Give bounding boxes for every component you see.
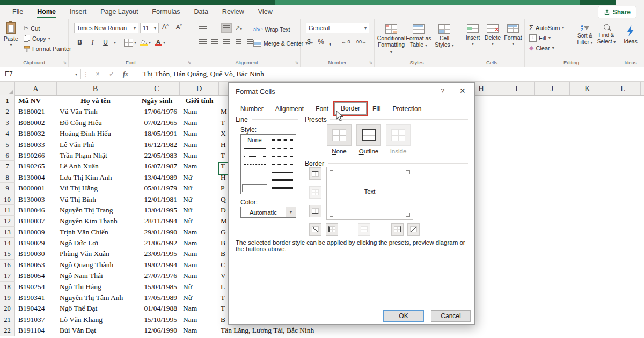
find-select-button[interactable]: Find & Select ▾ <box>596 24 617 46</box>
cell[interactable]: 15/04/1985 <box>134 282 180 292</box>
cell[interactable]: Nam <box>180 325 219 336</box>
border-top-button[interactable] <box>309 167 321 180</box>
cell[interactable]: 21/06/1992 <box>134 238 180 248</box>
help-icon[interactable]: ? <box>441 87 444 95</box>
fill-button[interactable]: ↓Fill▾ <box>529 33 564 43</box>
titlebar-search-area[interactable] <box>275 0 580 5</box>
row-header[interactable]: 7 <box>0 161 15 172</box>
cell[interactable]: B180037 <box>15 216 57 226</box>
align-right-button[interactable] <box>221 37 232 47</box>
cell[interactable]: Trần Phạm Nhật <box>57 150 134 161</box>
close-icon[interactable]: ✕ <box>459 86 466 95</box>
cell[interactable]: 01/04/1988 <box>134 303 180 314</box>
cell[interactable]: B180046 <box>15 205 57 216</box>
menu-tab-insert[interactable]: Insert <box>63 5 93 19</box>
cell[interactable]: Nữ <box>180 282 219 292</box>
select-all-corner[interactable] <box>0 82 15 95</box>
cell[interactable]: Nữ <box>180 194 219 205</box>
comma-style-button[interactable]: , <box>329 37 331 46</box>
copy-button[interactable]: Copy ▾ <box>24 33 71 43</box>
sort-filter-button[interactable]: AZ Sort & Filter ▾ <box>574 24 596 46</box>
font-dialog-launcher[interactable]: ⇘ <box>187 60 191 65</box>
cell[interactable]: X <box>219 128 226 139</box>
row-header[interactable]: 10 <box>0 194 15 205</box>
align-left-button[interactable] <box>197 37 208 47</box>
ideas-button[interactable]: Ideas <box>621 25 640 45</box>
cell[interactable]: Nữ <box>180 216 219 226</box>
row-header[interactable]: 5 <box>0 139 15 150</box>
cell[interactable]: L <box>219 282 225 292</box>
color-dropdown[interactable]: Automatic ▾ <box>240 207 296 218</box>
cell[interactable]: Vũ Thị Hằng <box>57 183 134 194</box>
column-header-i[interactable]: I <box>499 82 535 95</box>
cell[interactable]: Nam <box>180 248 219 259</box>
cell[interactable]: Đ <box>219 205 226 216</box>
column-header-c[interactable]: C <box>134 82 180 95</box>
row-header[interactable]: 16 <box>0 260 15 270</box>
insert-function-icon[interactable]: fx <box>119 70 133 78</box>
preset-none-button[interactable] <box>327 124 352 146</box>
cell[interactable]: B <box>219 314 225 325</box>
delete-cells-button[interactable]: ✕ Delete ▾ <box>483 24 502 47</box>
row-header[interactable]: 6 <box>0 150 15 161</box>
cell[interactable]: B180039 <box>15 227 57 238</box>
borders-button[interactable]: ▾ <box>124 39 136 47</box>
border-vertical-button[interactable] <box>358 223 370 236</box>
cell[interactable]: B180033 <box>15 139 57 150</box>
shrink-font-button[interactable]: A˅ <box>176 23 182 30</box>
row-header[interactable]: 1 <box>0 95 15 106</box>
autosum-button[interactable]: ΣAutoSum▾ <box>529 23 564 33</box>
cell[interactable] <box>219 95 221 106</box>
border-diagonal-up-button[interactable] <box>309 223 321 236</box>
italic-button[interactable]: I <box>88 39 97 47</box>
cell[interactable]: 18/05/1991 <box>134 128 180 139</box>
cell[interactable]: T <box>219 292 225 303</box>
row-header[interactable]: 20 <box>0 303 15 314</box>
cell[interactable]: B180054 <box>15 270 57 281</box>
border-diagonal-down-button[interactable] <box>407 223 420 236</box>
format-as-table-button[interactable]: Format as Table ▾ <box>406 24 431 49</box>
dialog-tab-fill[interactable]: Fill <box>367 104 386 115</box>
underline-button[interactable]: U <box>101 39 110 46</box>
row-header[interactable]: 13 <box>0 227 15 238</box>
cell[interactable]: Nữ <box>180 292 219 303</box>
line-style-list[interactable]: None <box>240 134 296 194</box>
cell[interactable]: B190254 <box>15 282 57 292</box>
currency-button[interactable]: $▾ <box>307 38 313 46</box>
cell[interactable]: 19/02/1994 <box>134 260 180 270</box>
row-header[interactable]: 19 <box>0 292 15 303</box>
cell[interactable]: Ngô Nam Thái <box>57 270 134 281</box>
cell-styles-button[interactable]: Cell Styles ▾ <box>433 24 456 49</box>
row-header[interactable]: 11 <box>0 205 15 216</box>
menu-tab-file[interactable]: File <box>5 5 30 19</box>
cell[interactable]: Nam <box>180 238 219 248</box>
cell[interactable]: Ngô Quang Thành <box>57 260 134 270</box>
cell[interactable]: 22/05/1983 <box>134 150 180 161</box>
dialog-tab-number[interactable]: Number <box>235 104 269 115</box>
preset-outline-button[interactable] <box>356 124 381 146</box>
menu-tab-review[interactable]: Review <box>215 5 251 19</box>
cell[interactable]: B191037 <box>15 314 57 325</box>
cell[interactable]: Nguyễn Thị Trang <box>57 205 134 216</box>
cell[interactable]: Nam <box>180 117 219 128</box>
cell[interactable]: B180021 <box>15 106 57 117</box>
cell[interactable]: Nữ <box>180 183 219 194</box>
dialog-tab-font[interactable]: Font <box>310 104 334 115</box>
column-header-b[interactable]: B <box>57 82 134 95</box>
cell[interactable]: Ngô Đức Lợi <box>57 238 134 248</box>
cell[interactable]: Nam <box>180 303 219 314</box>
cell[interactable]: Họ và tên <box>57 95 134 106</box>
menu-tab-home[interactable]: Home <box>30 5 63 19</box>
cell[interactable]: B191104 <box>15 325 57 336</box>
cell[interactable]: 17/05/1989 <box>134 292 180 303</box>
cell[interactable]: 27/07/1976 <box>134 270 180 281</box>
menu-tab-page-layout[interactable]: Page Layout <box>93 5 145 19</box>
cell[interactable]: Phùng Văn Xuân <box>57 248 134 259</box>
menu-tab-data[interactable]: Data <box>187 5 215 19</box>
border-bottom-button[interactable] <box>309 205 321 217</box>
cell[interactable]: Nam <box>180 161 219 172</box>
font-size-combo[interactable]: 11▾ <box>140 23 159 33</box>
cell[interactable]: P <box>219 183 225 194</box>
align-center-button[interactable] <box>209 37 220 47</box>
number-dialog-launcher[interactable]: ⇘ <box>369 60 372 65</box>
